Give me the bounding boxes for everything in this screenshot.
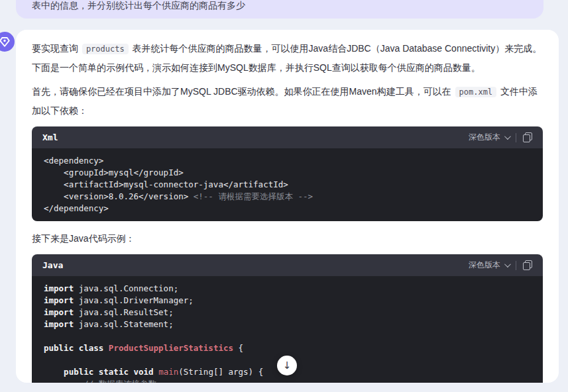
paragraph-intro: 要实现查询 products 表并统计每个供应商的商品数量，可以使用Java结合… <box>32 39 543 77</box>
divider <box>516 133 516 142</box>
code-line: import java.sql.Statement; <box>44 318 531 330</box>
paragraph-java-intro: 接下来是Java代码示例： <box>32 229 543 248</box>
xml-code-body: <dependency> <groupId>mysql</groupId> <a… <box>32 148 543 221</box>
down-arrow-icon: ↓ <box>283 360 292 371</box>
code-line: public class ProductSupplierStatistics { <box>44 342 531 354</box>
code-header-actions: 深色版本 <box>469 260 532 271</box>
theme-label: 深色版本 <box>469 260 500 271</box>
assistant-message-card: 要实现查询 products 表并统计每个供应商的商品数量，可以使用Java结合… <box>16 30 559 383</box>
user-message-text: 表中的信息，并分别统计出每个供应商的商品有多少 <box>32 0 245 12</box>
code-line: <artifactId>mysql-connector-java</artifa… <box>44 179 531 191</box>
chevron-down-icon <box>504 133 511 140</box>
assistant-avatar <box>0 32 15 52</box>
assistant-logo-icon <box>0 36 11 48</box>
copy-icon[interactable] <box>523 260 532 270</box>
code-line: <groupId>mysql</groupId> <box>44 167 531 179</box>
theme-label: 深色版本 <box>469 132 500 143</box>
code-line <box>44 330 531 342</box>
chat-page: { "page": { "background": "#edf0f7", "ca… <box>0 0 568 392</box>
inline-code-pomxml: pom.xml <box>455 87 497 97</box>
code-line: <dependency> <box>44 155 531 167</box>
code-header-actions: 深色版本 <box>469 132 532 143</box>
text-run: 首先，请确保你已经在项目中添加了MySQL JDBC驱动依赖。如果你正在使用Ma… <box>32 86 454 97</box>
code-line: import java.sql.ResultSet; <box>44 307 531 318</box>
xml-code-block: Xml 深色版本 <dependency> <groupId>mysql</gr… <box>32 126 543 221</box>
scroll-to-bottom-button[interactable]: ↓ <box>277 356 297 375</box>
inline-code-products: products <box>82 44 129 54</box>
code-line: import java.sql.DriverManager; <box>44 295 531 307</box>
chevron-down-icon <box>504 261 511 268</box>
text-run: 要实现查询 <box>32 43 81 54</box>
code-language-label: Xml <box>42 132 58 142</box>
code-line: </dependency> <box>44 203 531 215</box>
divider <box>516 261 516 270</box>
paragraph-maven: 首先，请确保你已经在项目中添加了MySQL JDBC驱动依赖。如果你正在使用Ma… <box>32 82 543 120</box>
code-line: <version>8.0.26</version> <!-- 请根据需要选择版本… <box>44 191 531 203</box>
xml-code-header: Xml 深色版本 <box>32 126 543 148</box>
user-message-bubble: 表中的信息，并分别统计出每个供应商的商品有多少 <box>16 0 543 19</box>
code-language-label: Java <box>42 260 63 270</box>
theme-dropdown[interactable]: 深色版本 <box>469 132 509 143</box>
theme-dropdown[interactable]: 深色版本 <box>469 260 509 271</box>
code-line: import java.sql.Connection; <box>44 283 531 295</box>
code-line: // 数据库连接参数 <box>44 378 531 383</box>
java-code-header: Java 深色版本 <box>32 254 543 276</box>
copy-icon[interactable] <box>523 132 532 142</box>
